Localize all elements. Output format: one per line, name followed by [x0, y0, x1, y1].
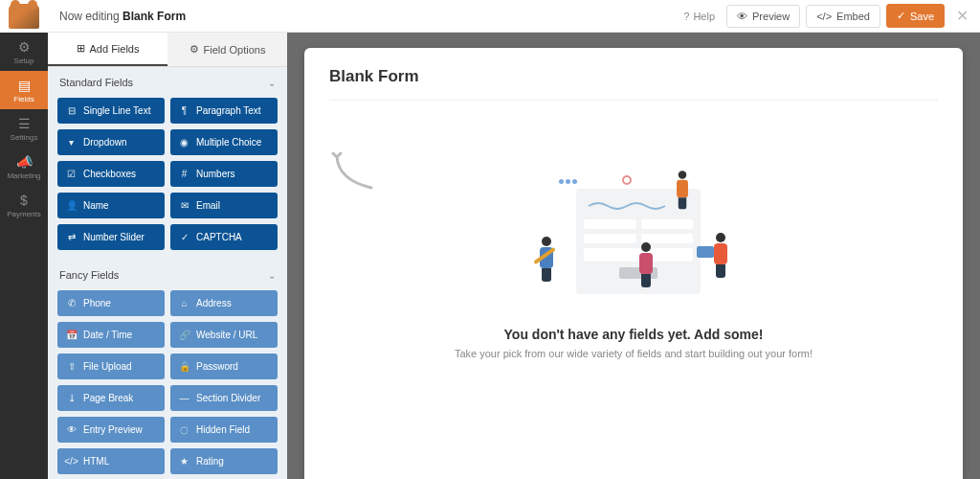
field-email[interactable]: ✉Email — [170, 193, 278, 218]
sidebar-tabs: ⊞Add Fields ⚙Field Options — [48, 33, 287, 67]
slider-icon: ⇄ — [66, 232, 77, 242]
standard-fields-grid: ⊟Single Line Text ¶Paragraph Text ▾Dropd… — [48, 98, 287, 260]
gear-icon: ⚙ — [18, 39, 31, 55]
link-icon: 🔗 — [179, 330, 189, 340]
code-icon: </> — [816, 11, 832, 22]
save-button[interactable]: ✓Save — [886, 4, 945, 28]
sliders-icon: ⚙ — [189, 43, 199, 56]
hidden-icon: ◌ — [179, 424, 189, 435]
chevron-down-icon: ⌄ — [268, 270, 276, 281]
fields-sidebar: ⊞Add Fields ⚙Field Options Standard Fiel… — [48, 33, 287, 479]
phone-icon: ✆ — [66, 298, 77, 308]
sliders-icon: ☰ — [18, 116, 31, 131]
rail-settings[interactable]: ☰Settings — [0, 109, 48, 148]
close-icon: ✕ — [956, 8, 969, 24]
field-entry-preview[interactable]: 👁Entry Preview — [57, 417, 165, 443]
field-phone[interactable]: ✆Phone — [57, 290, 165, 316]
field-dropdown[interactable]: ▾Dropdown — [57, 129, 165, 155]
home-icon: ⌂ — [179, 298, 189, 308]
field-date-time[interactable]: 📅Date / Time — [57, 322, 165, 348]
field-file-upload[interactable]: ⇧File Upload — [57, 354, 165, 379]
eye-icon: 👁 — [66, 424, 77, 435]
fancy-fields-grid: ✆Phone ⌂Address 📅Date / Time 🔗Website / … — [48, 290, 287, 479]
eye-icon: 👁 — [737, 11, 747, 22]
empty-illustration — [528, 168, 739, 311]
form-title: Blank Form — [329, 67, 938, 101]
field-numbers[interactable]: #Numbers — [170, 161, 278, 187]
code-icon: </> — [66, 456, 77, 467]
rail-setup[interactable]: ⚙Setup — [0, 33, 48, 71]
empty-text: Take your pick from our wide variety of … — [455, 348, 813, 359]
shield-icon: ✓ — [179, 232, 189, 242]
check-icon: ✓ — [897, 10, 905, 22]
lock-icon: 🔒 — [179, 361, 189, 372]
star-icon: ★ — [179, 456, 189, 467]
help-icon: ? — [683, 11, 689, 22]
embed-button[interactable]: </>Embed — [806, 5, 880, 28]
field-password[interactable]: 🔒Password — [170, 354, 278, 379]
tab-add-fields[interactable]: ⊞Add Fields — [48, 33, 167, 66]
checkbox-icon: ☑ — [66, 169, 77, 179]
text-icon: ⊟ — [66, 105, 77, 116]
calendar-icon: 📅 — [66, 330, 77, 340]
form-canvas[interactable]: Blank Form — [304, 48, 963, 479]
field-hidden-field[interactable]: ◌Hidden Field — [170, 417, 278, 443]
envelope-icon: ✉ — [179, 200, 189, 211]
close-button[interactable]: ✕ — [956, 7, 969, 25]
section-fancy-fields[interactable]: Fancy Fields⌄ — [48, 260, 287, 290]
field-number-slider[interactable]: ⇄Number Slider — [57, 224, 165, 250]
page-break-icon: ⤓ — [66, 393, 77, 403]
chevron-down-icon: ⌄ — [268, 78, 276, 88]
field-paragraph-text[interactable]: ¶Paragraph Text — [170, 98, 278, 124]
empty-heading: You don't have any fields yet. Add some! — [504, 327, 764, 342]
editing-label: Now editing Blank Form — [59, 10, 186, 23]
field-single-line-text[interactable]: ⊟Single Line Text — [57, 98, 165, 124]
megaphone-icon: 📣 — [16, 154, 33, 170]
field-page-break[interactable]: ⤓Page Break — [57, 385, 165, 411]
field-checkboxes[interactable]: ☑Checkboxes — [57, 161, 165, 187]
upload-icon: ⇧ — [66, 361, 77, 372]
left-rail: ⚙Setup ▤Fields ☰Settings 📣Marketing $Pay… — [0, 0, 48, 479]
field-section-divider[interactable]: —Section Divider — [170, 385, 278, 411]
tab-field-options[interactable]: ⚙Field Options — [167, 33, 287, 66]
field-name[interactable]: 👤Name — [57, 193, 165, 218]
topbar: Now editing Blank Form ?Help 👁Preview </… — [48, 0, 980, 33]
hash-icon: # — [179, 169, 189, 179]
divider-icon: — — [179, 393, 189, 403]
field-multiple-choice[interactable]: ◉Multiple Choice — [170, 129, 278, 155]
user-icon: 👤 — [66, 200, 77, 211]
field-website-url[interactable]: 🔗Website / URL — [170, 322, 278, 348]
rail-fields[interactable]: ▤Fields — [0, 71, 48, 109]
dollar-icon: $ — [20, 193, 28, 208]
plus-grid-icon: ⊞ — [77, 42, 85, 55]
help-link[interactable]: ?Help — [683, 11, 715, 22]
section-standard-fields[interactable]: Standard Fields⌄ — [48, 67, 287, 98]
field-html[interactable]: </>HTML — [57, 448, 165, 474]
logo[interactable] — [0, 0, 48, 33]
field-captcha[interactable]: ✓CAPTCHA — [170, 224, 278, 250]
radio-icon: ◉ — [179, 137, 189, 148]
hint-arrow-icon — [331, 151, 375, 194]
field-rating[interactable]: ★Rating — [170, 448, 278, 474]
rail-marketing[interactable]: 📣Marketing — [0, 148, 48, 186]
rail-payments[interactable]: $Payments — [0, 186, 48, 224]
fields-icon: ▤ — [18, 78, 31, 93]
preview-button[interactable]: 👁Preview — [726, 5, 800, 28]
field-address[interactable]: ⌂Address — [170, 290, 278, 316]
paragraph-icon: ¶ — [179, 105, 189, 116]
dropdown-icon: ▾ — [66, 137, 77, 148]
empty-state: You don't have any fields yet. Add some!… — [329, 168, 938, 359]
